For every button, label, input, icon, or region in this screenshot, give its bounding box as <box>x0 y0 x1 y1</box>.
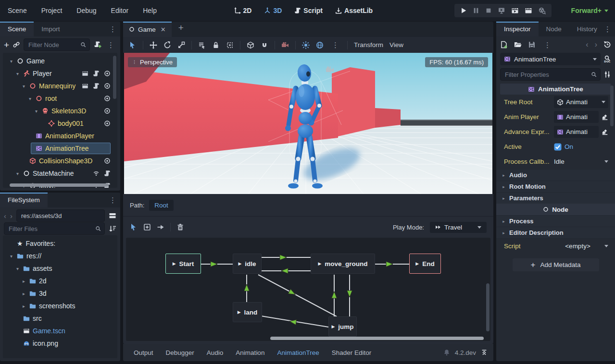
tree-row-skeleton3d[interactable]: ▾ Skeleton3D <box>3 105 117 117</box>
edited-object-dropdown[interactable]: AnimationTree <box>500 53 601 65</box>
save-resource-button[interactable] <box>528 41 536 49</box>
menu-editor[interactable]: Editor <box>111 7 129 14</box>
revert-icon[interactable] <box>602 114 608 121</box>
path-root-button[interactable]: Root <box>149 200 174 211</box>
property-anim-player[interactable]: Anim Player Animati <box>496 109 615 124</box>
tab-animationtree[interactable]: AnimationTree <box>277 349 319 356</box>
category-node[interactable]: Node <box>496 204 615 215</box>
new-scene-tab-button[interactable]: + <box>172 22 190 37</box>
fs-row-2d[interactable]: ▸ 2d <box>3 275 117 287</box>
tab-script[interactable]: Script <box>294 7 323 14</box>
graph-hscrollbar[interactable] <box>270 337 484 340</box>
split-mode-toggle[interactable] <box>109 212 116 219</box>
menu-scene[interactable]: Scene <box>8 7 27 14</box>
current-path-field[interactable] <box>16 209 105 222</box>
tab-debugger[interactable]: Debugger <box>166 349 194 356</box>
signal-icon[interactable] <box>93 170 100 177</box>
transform-menu[interactable]: Transform <box>354 41 383 49</box>
tree-row-root[interactable]: ▾ root <box>3 92 117 105</box>
play-custom-scene-button[interactable] <box>525 7 532 14</box>
tree-row-mannequiny[interactable]: ▾ Mannequiny <box>3 80 117 92</box>
fs-row-game-tscn[interactable]: Game.tscn <box>3 325 117 337</box>
tree-row-statemachine[interactable]: ▾ StateMachine <box>3 167 117 180</box>
state-node-move-ground[interactable]: ▶move_ground <box>311 254 375 274</box>
group-editor-description[interactable]: ▸Editor Description <box>496 227 615 239</box>
fs-row-src[interactable]: src <box>3 312 117 325</box>
menu-help[interactable]: Help <box>143 7 157 14</box>
select-mode-button[interactable] <box>129 41 137 49</box>
fs-row-assets[interactable]: ▾ assets <box>3 262 117 275</box>
checkbox-checked-icon[interactable] <box>554 143 562 151</box>
tab-audio[interactable]: Audio <box>207 349 224 356</box>
state-node-idle[interactable]: ▶idle <box>233 254 262 274</box>
load-resource-button[interactable] <box>514 41 522 49</box>
tab-import[interactable]: Import <box>34 22 67 36</box>
fs-row-res[interactable]: ▾ res:// <box>3 250 117 262</box>
menu-debug[interactable]: Debug <box>76 7 96 14</box>
dock-menu-icon[interactable]: ⋮ <box>107 25 118 33</box>
dock-menu-icon[interactable]: ⋮ <box>107 196 118 204</box>
property-tools-icon[interactable] <box>603 71 611 78</box>
fs-row-favorites[interactable]: ★ Favorites: <box>3 237 117 250</box>
state-node-start[interactable]: ▶Start <box>165 254 201 274</box>
group-selected-button[interactable] <box>226 41 234 49</box>
expand-bottom-panel-button[interactable] <box>481 349 488 356</box>
instance-scene-button[interactable] <box>13 41 20 48</box>
sun-env-menu-icon[interactable]: ⋮ <box>330 41 341 49</box>
sm-connect-tool[interactable] <box>157 223 164 231</box>
viewport-3d[interactable]: ⋮ Perspective FPS: 60 (16.67 ms) <box>124 53 492 194</box>
state-node-end[interactable]: ▶End <box>409 254 441 274</box>
tree-row-player[interactable]: ▾ Player <box>3 67 117 80</box>
group-root-motion[interactable]: ▸Root Motion <box>496 181 615 192</box>
pause-button[interactable] <box>473 7 479 14</box>
stop-button[interactable] <box>485 7 492 14</box>
play-button[interactable] <box>460 7 467 14</box>
history-forward-button[interactable]: › <box>10 212 13 220</box>
scene-instance-icon[interactable] <box>82 83 88 89</box>
tab-animation[interactable]: Animation <box>236 349 264 356</box>
move-mode-button[interactable] <box>150 41 157 49</box>
sm-create-node-tool[interactable] <box>143 223 151 231</box>
scene-tab-game[interactable]: Game ✕ <box>123 22 172 37</box>
play-remote-button[interactable] <box>498 7 505 14</box>
snap-toggle-button[interactable] <box>261 41 268 49</box>
resource-menu-icon[interactable]: ⋮ <box>542 41 553 49</box>
history-back-button[interactable]: ‹ <box>586 40 588 49</box>
scene-tree-vscrollbar[interactable] <box>113 56 116 99</box>
filter-properties-input[interactable] <box>500 68 601 81</box>
inspector-vscrollbar[interactable] <box>610 85 614 126</box>
property-active[interactable]: Active On <box>496 139 615 154</box>
visibility-icon[interactable] <box>104 158 111 164</box>
edit-history-button[interactable] <box>603 41 611 49</box>
tree-row-collisionshape3d[interactable]: CollisionShape3D <box>3 155 117 167</box>
tree-row-animationtree[interactable]: AnimationTree <box>3 142 117 155</box>
property-script[interactable]: Script <empty> <box>496 239 615 254</box>
graph-vscrollbar[interactable] <box>486 283 489 331</box>
tab-history[interactable]: History <box>569 22 605 36</box>
filter-node-input[interactable] <box>24 38 90 51</box>
notification-bell-icon[interactable] <box>443 349 450 356</box>
tab-3d[interactable]: 3D <box>264 7 282 14</box>
movie-maker-button[interactable] <box>538 7 546 14</box>
menu-project[interactable]: Project <box>41 7 63 14</box>
scene-tree-hscrollbar[interactable] <box>10 183 109 187</box>
fs-row-icon-png[interactable]: icon.png <box>3 337 117 350</box>
history-forward-button[interactable]: › <box>595 40 597 49</box>
visibility-icon[interactable] <box>104 70 111 77</box>
history-back-button[interactable]: ‹ <box>4 212 6 220</box>
tab-filesystem[interactable]: FileSystem <box>0 193 48 207</box>
script-icon[interactable] <box>104 170 111 177</box>
group-process[interactable]: ▸Process <box>496 215 615 227</box>
tab-2d[interactable]: 2D <box>234 7 252 14</box>
state-node-land[interactable]: ▶land <box>233 302 262 322</box>
group-audio[interactable]: ▸Audio <box>496 169 615 181</box>
rotate-mode-button[interactable] <box>163 41 171 49</box>
fs-row-screenshots[interactable]: ▸ screenshots <box>3 300 117 312</box>
projection-menu[interactable]: ⋮ Perspective <box>128 57 177 67</box>
revert-icon[interactable] <box>602 129 608 135</box>
tree-row-body001[interactable]: body001 <box>3 117 117 130</box>
tree-row-game[interactable]: ▾ Game <box>3 55 117 67</box>
add-metadata-button[interactable]: + Add Metadata <box>513 258 599 271</box>
state-node-jump[interactable]: ▶jump <box>328 316 357 337</box>
renderer-selector[interactable]: Forward+ <box>571 0 608 21</box>
